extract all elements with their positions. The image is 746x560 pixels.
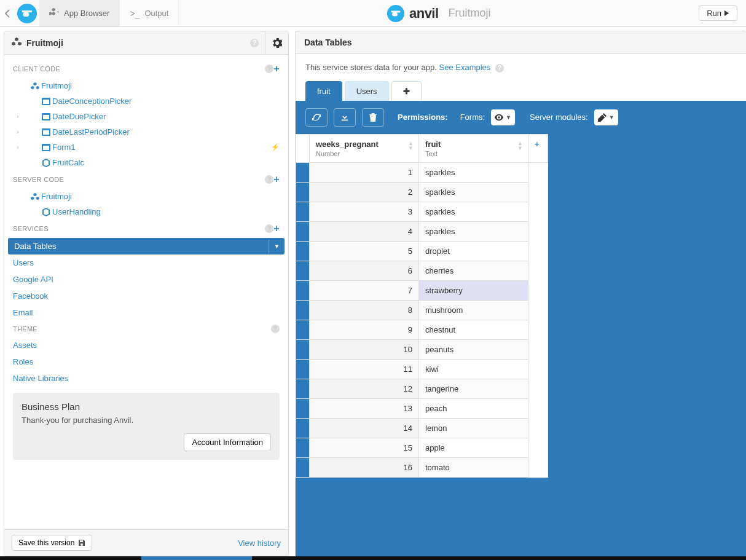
service-item[interactable]: Facebook	[4, 288, 288, 304]
help-button[interactable]: ?	[241, 31, 265, 55]
table-row[interactable]: 4 sparkles	[296, 221, 548, 241]
run-button[interactable]: Run	[699, 6, 737, 21]
tree-item[interactable]: DateConceptionPicker	[4, 93, 288, 109]
row-handle[interactable]	[296, 320, 310, 339]
server-permission-dropdown[interactable]: ▼	[594, 109, 618, 125]
cell-weeks[interactable]: 12	[310, 379, 419, 398]
service-item[interactable]: Users	[4, 254, 288, 271]
row-handle[interactable]	[296, 398, 310, 418]
tree-item[interactable]: FruitCalc	[4, 155, 288, 170]
refresh-button[interactable]	[305, 108, 328, 127]
table-tab[interactable]: fruit	[305, 81, 342, 101]
service-dropdown[interactable]: ▼	[269, 240, 285, 253]
settings-button[interactable]	[265, 31, 288, 55]
cell-fruit[interactable]: peanuts	[419, 339, 528, 359]
table-row[interactable]: 11 kiwi	[296, 359, 548, 379]
cell-weeks[interactable]: 10	[310, 339, 419, 359]
cell-weeks[interactable]: 16	[310, 457, 419, 477]
table-row[interactable]: 12 tangerine	[296, 379, 548, 398]
cell-fruit[interactable]: sparkles	[419, 182, 528, 202]
cell-weeks[interactable]: 14	[310, 418, 419, 438]
table-row[interactable]: 5 droplet	[296, 241, 548, 261]
cell-weeks[interactable]: 5	[310, 241, 419, 261]
help-icon[interactable]: ?	[265, 224, 273, 233]
sort-icon[interactable]: ▲▼	[408, 141, 414, 151]
service-item[interactable]: Google API	[4, 271, 288, 288]
service-item[interactable]: Email	[4, 304, 288, 321]
theme-item[interactable]: Roles	[4, 353, 288, 370]
sort-icon[interactable]: ▲▼	[517, 141, 523, 151]
column-header[interactable]: fruitText ▲▼	[419, 134, 528, 162]
cell-fruit[interactable]: apple	[419, 438, 528, 457]
anvil-logo-icon[interactable]	[15, 0, 39, 26]
add-column-button[interactable]: +	[528, 134, 548, 162]
cell-fruit[interactable]: strawberry	[419, 280, 528, 300]
table-row[interactable]: 8 mushroom	[296, 300, 548, 320]
cell-weeks[interactable]: 13	[310, 398, 419, 418]
tree-item[interactable]: UserHandling	[4, 204, 288, 219]
row-handle[interactable]	[296, 221, 310, 241]
row-handle[interactable]	[296, 261, 310, 280]
row-handle[interactable]	[296, 202, 310, 221]
row-handle[interactable]	[296, 182, 310, 202]
download-button[interactable]	[334, 108, 356, 127]
tab-output[interactable]: >_ Output	[120, 0, 179, 26]
theme-item[interactable]: Native Libraries	[4, 370, 288, 387]
cell-weeks[interactable]: 7	[310, 280, 419, 300]
table-tab[interactable]: Users	[345, 81, 389, 101]
row-handle[interactable]	[296, 379, 310, 398]
table-row[interactable]: 6 cherries	[296, 261, 548, 280]
save-version-button[interactable]: Save this version	[12, 535, 92, 551]
forms-permission-dropdown[interactable]: ▼	[491, 109, 515, 125]
cell-fruit[interactable]: sparkles	[419, 221, 528, 241]
table-row[interactable]: 16 tomato	[296, 457, 548, 477]
column-header[interactable]: weeks_pregnantNumber ▲▼	[310, 134, 419, 162]
tree-item[interactable]: Fruitmoji	[4, 189, 288, 204]
cell-fruit[interactable]: sparkles	[419, 162, 528, 182]
cell-weeks[interactable]: 8	[310, 300, 419, 320]
see-examples-link[interactable]: See Examples	[439, 63, 490, 72]
row-handle[interactable]	[296, 280, 310, 300]
table-row[interactable]: 7 strawberry	[296, 280, 548, 300]
cell-fruit[interactable]: tomato	[419, 457, 528, 477]
tree-item[interactable]: › DateLastPeriodPicker	[4, 124, 288, 140]
table-row[interactable]: 13 peach	[296, 398, 548, 418]
add-button[interactable]: +	[273, 174, 280, 185]
table-row[interactable]: 2 sparkles	[296, 182, 548, 202]
row-handle[interactable]	[296, 418, 310, 438]
row-handle[interactable]	[296, 300, 310, 320]
cell-fruit[interactable]: lemon	[419, 418, 528, 438]
row-handle[interactable]	[296, 359, 310, 379]
add-table-tab[interactable]: ✚	[391, 81, 422, 101]
delete-button[interactable]	[362, 108, 384, 127]
row-handle[interactable]	[296, 241, 310, 261]
cell-fruit[interactable]: mushroom	[419, 300, 528, 320]
help-icon[interactable]: ?	[265, 65, 273, 73]
view-history-link[interactable]: View history	[238, 538, 281, 548]
cell-weeks[interactable]: 1	[310, 162, 419, 182]
table-row[interactable]: 1 sparkles	[296, 162, 548, 182]
cell-weeks[interactable]: 6	[310, 261, 419, 280]
table-row[interactable]: 10 peanuts	[296, 339, 548, 359]
row-handle[interactable]	[296, 162, 310, 182]
theme-item[interactable]: Assets	[4, 337, 288, 353]
help-icon[interactable]: ?	[495, 64, 504, 73]
cell-weeks[interactable]: 15	[310, 438, 419, 457]
tab-app-browser[interactable]: App Browser	[39, 0, 120, 26]
help-icon[interactable]: ?	[271, 325, 280, 333]
tree-item[interactable]: Fruitmoji	[4, 78, 288, 93]
cell-fruit[interactable]: sparkles	[419, 202, 528, 221]
add-button[interactable]: +	[273, 63, 280, 74]
cell-weeks[interactable]: 9	[310, 320, 419, 339]
cell-fruit[interactable]: droplet	[419, 241, 528, 261]
table-row[interactable]: 15 apple	[296, 438, 548, 457]
tree-item[interactable]: › Form1 ⚡	[4, 140, 288, 155]
account-info-button[interactable]: Account Information	[184, 433, 271, 451]
row-handle[interactable]	[296, 339, 310, 359]
cell-fruit[interactable]: tangerine	[419, 379, 528, 398]
row-handle[interactable]	[296, 457, 310, 477]
table-row[interactable]: 9 chestnut	[296, 320, 548, 339]
table-row[interactable]: 14 lemon	[296, 418, 548, 438]
help-icon[interactable]: ?	[265, 175, 273, 184]
tree-item[interactable]: › DateDuePicker	[4, 109, 288, 124]
